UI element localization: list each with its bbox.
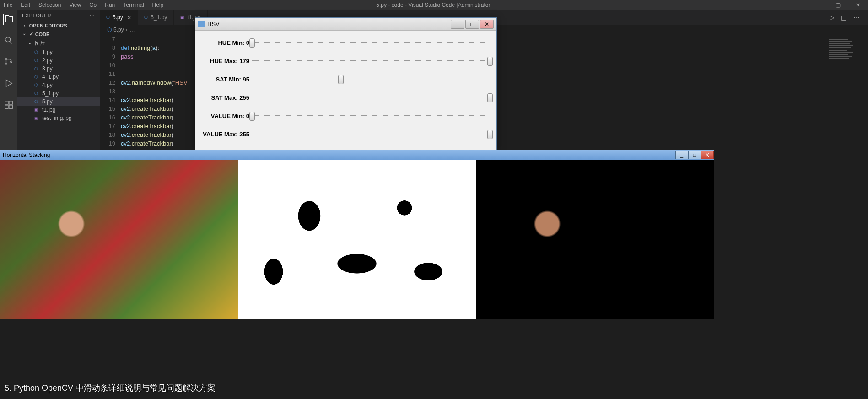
slider-thumb-icon[interactable] xyxy=(338,75,344,84)
file-item[interactable]: ▣t1.jpg xyxy=(17,106,100,114)
svg-point-0 xyxy=(5,37,11,42)
file-item[interactable]: ⬡4_1.py xyxy=(17,73,100,81)
slider-thumb-icon[interactable] xyxy=(487,93,493,102)
trackbar-row: SAT Min: 95 xyxy=(202,70,490,88)
trackbar-label: HUE Max: 179 xyxy=(202,58,252,65)
py-file-icon: ⬡ xyxy=(33,49,39,55)
open-editors-section[interactable]: OPEN EDITORS xyxy=(17,22,100,30)
menu-run[interactable]: Run xyxy=(105,2,115,8)
editor-tab[interactable]: ⬡5.py× xyxy=(100,10,138,25)
svg-rect-4 xyxy=(5,101,8,104)
trackbar-row: VALUE Max: 255 xyxy=(202,125,490,143)
trackbar-row: HUE Max: 179 xyxy=(202,52,490,70)
menu-go[interactable]: Go xyxy=(89,2,97,8)
window-maximize-icon[interactable]: ▢ xyxy=(828,2,848,8)
py-file-icon: ⬡ xyxy=(33,57,39,64)
trackbar-label: VALUE Max: 255 xyxy=(202,131,252,138)
stacking-title: Horizontal Stacking xyxy=(3,152,50,158)
file-item[interactable]: ⬡5.py xyxy=(17,97,100,106)
file-list: ⬡1.py⬡2.py⬡3.py⬡4_1.py⬡4.py⬡5_1.py⬡5.py▣… xyxy=(17,48,100,122)
trackbar-row: HUE Min: 0 xyxy=(202,33,490,52)
menu-terminal[interactable]: Terminal xyxy=(123,2,144,8)
slider-thumb-icon[interactable] xyxy=(487,57,493,66)
trackbar-slider[interactable] xyxy=(252,132,490,136)
trackbar-slider[interactable] xyxy=(252,77,490,81)
svg-rect-5 xyxy=(9,101,12,104)
folder-section[interactable]: ✓ CODE xyxy=(17,30,100,38)
original-image-pane xyxy=(0,160,238,319)
editor-tab[interactable]: ⬡5_1.py xyxy=(138,10,174,25)
py-file-icon: ⬡ xyxy=(33,74,39,80)
window-close-icon[interactable]: ✕ xyxy=(848,2,868,8)
activity-bar xyxy=(0,10,17,150)
trackbar-label: SAT Max: 255 xyxy=(202,94,252,101)
svg-point-2 xyxy=(5,64,7,65)
trackbar-row: VALUE Min: 0 xyxy=(202,107,490,125)
slider-thumb-icon[interactable] xyxy=(249,112,255,121)
img-file-icon: ▣ xyxy=(33,107,39,113)
hsv-titlebar[interactable]: HSV _ □ ✕ xyxy=(195,18,496,31)
result-image-pane xyxy=(476,160,714,319)
explorer-title: EXPLORER xyxy=(22,13,51,19)
window-title: 5.py - code - Visual Studio Code [Admini… xyxy=(376,2,492,8)
run-file-icon[interactable]: ▷ xyxy=(830,14,835,21)
img-file-icon: ▣ xyxy=(33,115,39,121)
py-file-icon: ⬡ xyxy=(33,98,39,105)
trackbar-label: SAT Min: 95 xyxy=(202,76,252,83)
minimap[interactable] xyxy=(827,35,868,150)
svg-point-3 xyxy=(11,61,12,63)
split-editor-icon[interactable]: ◫ xyxy=(841,14,847,21)
menu-help[interactable]: Help xyxy=(152,2,164,8)
mask-image-pane xyxy=(238,160,476,319)
trackbar-slider[interactable] xyxy=(252,59,490,63)
vscode-menubar: File Edit Selection View Go Run Terminal… xyxy=(0,0,868,10)
img-file-icon: ▣ xyxy=(180,15,184,20)
trackbar-slider[interactable] xyxy=(252,40,490,45)
source-control-icon[interactable] xyxy=(4,57,14,68)
stacking-close-icon[interactable]: X xyxy=(701,151,714,159)
stacking-titlebar[interactable]: Horizontal Stacking _ □ X xyxy=(0,150,714,160)
svg-point-1 xyxy=(5,59,7,60)
hsv-maximize-icon[interactable]: □ xyxy=(465,20,479,29)
hsv-close-icon[interactable]: ✕ xyxy=(480,20,494,29)
editor-more-icon[interactable]: ⋯ xyxy=(853,14,860,21)
trackbar-label: VALUE Min: 0 xyxy=(202,113,252,119)
window-minimize-icon[interactable]: ─ xyxy=(808,2,828,8)
trackbar-label: HUE Min: 0 xyxy=(202,39,252,46)
close-tab-icon[interactable]: × xyxy=(128,14,131,21)
hsv-window: HSV _ □ ✕ HUE Min: 0 HUE Max: 179 SAT Mi… xyxy=(195,17,497,150)
py-file-icon: ⬡ xyxy=(33,90,39,97)
py-file-icon: ⬡ xyxy=(33,82,39,88)
hsv-minimize-icon[interactable]: _ xyxy=(451,20,464,29)
slider-thumb-icon[interactable] xyxy=(249,38,255,48)
trackbar-row: SAT Max: 255 xyxy=(202,88,490,107)
run-debug-icon[interactable] xyxy=(4,78,14,90)
file-item[interactable]: ⬡4.py xyxy=(17,81,100,89)
explorer-more-icon[interactable]: ⋯ xyxy=(90,13,95,19)
py-file-icon: ⬡ xyxy=(106,15,110,20)
subfolder[interactable]: 图片 xyxy=(17,38,100,48)
extensions-icon[interactable] xyxy=(4,100,14,111)
explorer-icon[interactable] xyxy=(3,14,14,25)
stacking-maximize-icon[interactable]: □ xyxy=(688,151,701,159)
file-item[interactable]: ⬡5_1.py xyxy=(17,89,100,97)
py-file-icon: ⬡ xyxy=(144,15,148,20)
file-item[interactable]: ⬡3.py xyxy=(17,65,100,73)
file-item[interactable]: ▣test_img.jpg xyxy=(17,114,100,122)
hsv-window-icon xyxy=(198,21,205,27)
menu-view[interactable]: View xyxy=(69,2,81,8)
trackbar-slider[interactable] xyxy=(252,113,490,118)
menu-edit[interactable]: Edit xyxy=(21,2,30,8)
video-caption: 5. Python OpenCV 中滑动条详细说明与常见问题解决方案 xyxy=(5,383,216,394)
file-item[interactable]: ⬡2.py xyxy=(17,56,100,65)
trackbar-slider[interactable] xyxy=(252,95,490,100)
menu-file[interactable]: File xyxy=(4,2,12,8)
slider-thumb-icon[interactable] xyxy=(487,130,493,139)
explorer-sidebar: EXPLORER ⋯ OPEN EDITORS ✓ CODE 图片 ⬡1.py⬡… xyxy=(17,10,100,150)
stacking-minimize-icon[interactable]: _ xyxy=(675,151,688,159)
svg-rect-6 xyxy=(5,105,8,108)
menu-selection[interactable]: Selection xyxy=(38,2,61,8)
horizontal-stacking-window: Horizontal Stacking _ □ X xyxy=(0,150,714,319)
file-item[interactable]: ⬡1.py xyxy=(17,48,100,56)
search-icon[interactable] xyxy=(4,35,14,47)
